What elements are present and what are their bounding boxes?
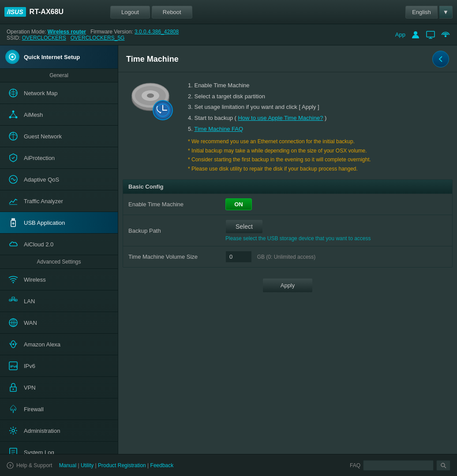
backup-path-hint: Please select the USB storage device tha…: [225, 235, 447, 242]
backup-path-row: Backup Path Select Please select the USB…: [123, 215, 452, 246]
intro-steps-list: Enable Time Machine Select a target disk…: [188, 80, 449, 134]
back-button[interactable]: [432, 51, 449, 67]
sidebar-label-lan: LAN: [24, 298, 35, 305]
quick-setup-item[interactable]: Quick Internet Setup: [0, 45, 118, 69]
sidebar-item-adaptive-qos[interactable]: Adaptive QoS: [0, 169, 118, 190]
wireless-icon: [7, 273, 19, 286]
operation-mode-link[interactable]: Wireless router: [48, 29, 86, 35]
guest-network-icon: [7, 130, 19, 142]
svg-line-59: [444, 466, 446, 468]
sidebar-item-usb-application[interactable]: USB Application: [0, 212, 118, 234]
sidebar-label-amazon-alexa: Amazon Alexa: [24, 341, 60, 348]
sidebar-item-firewall[interactable]: Firewall: [0, 398, 118, 420]
backup-path-label: Backup Path: [128, 227, 225, 234]
feedback-link[interactable]: Feedback: [150, 462, 174, 469]
time-machine-faq-link[interactable]: Time Machine FAQ: [194, 126, 243, 132]
main-layout: Quick Internet Setup General Network Map: [0, 45, 457, 454]
sidebar-label-aicloud: AiCloud 2.0: [24, 241, 53, 248]
firewall-icon: [7, 403, 19, 415]
content-area: Time Machine: [118, 45, 457, 454]
enable-time-machine-row: Enable Time Machine ON: [123, 194, 452, 215]
enable-time-machine-value: ON: [225, 198, 447, 210]
svg-point-39: [13, 389, 14, 390]
sidebar-item-aicloud[interactable]: AiCloud 2.0: [0, 234, 118, 255]
traffic-analyzer-icon: [7, 195, 19, 207]
faq-search-button[interactable]: [436, 460, 450, 471]
sidebar-item-system-log[interactable]: System Log: [0, 442, 118, 454]
intro-step-5: Time Machine FAQ: [188, 124, 449, 135]
sidebar-item-administration[interactable]: Administration: [0, 420, 118, 442]
basic-config-section: Basic Config Enable Time Machine ON Back…: [123, 179, 453, 268]
usb-application-icon: [7, 216, 19, 229]
footer-links: Manual | Utility | Product Registration …: [59, 462, 174, 469]
intro-section: Enable Time Machine Select a target disk…: [118, 72, 457, 179]
volume-size-input[interactable]: [225, 251, 252, 263]
sidebar-item-aimesh[interactable]: AiMesh: [0, 104, 118, 126]
faq-search-input[interactable]: [363, 460, 434, 471]
hdd-icon-area: [126, 80, 179, 124]
footer-left: ? Help & Support Manual | Utility | Prod…: [7, 462, 173, 469]
sidebar-label-adaptive-qos: Adaptive QoS: [24, 176, 59, 183]
info-bar: Operation Mode: Wireless router Firmware…: [0, 24, 457, 45]
enable-time-machine-toggle[interactable]: ON: [225, 198, 252, 210]
volume-size-value: GB (0: Unlimited access): [225, 251, 447, 263]
lan-icon: [7, 295, 19, 307]
svg-rect-24: [12, 297, 15, 299]
network-icon[interactable]: [441, 30, 450, 40]
product-registration-link[interactable]: Product Registration: [98, 462, 146, 469]
apply-button[interactable]: Apply: [262, 278, 313, 293]
help-icon: ?: [7, 462, 14, 469]
intro-text: Enable Time Machine Select a target disk…: [188, 80, 449, 173]
manual-link[interactable]: Manual: [59, 462, 76, 469]
ssid-label: SSID:: [7, 35, 20, 41]
advanced-section-header: Advanced Settings: [0, 255, 118, 269]
sidebar-item-ipv6[interactable]: IPv6 IPv6: [0, 355, 118, 377]
sidebar-label-firewall: Firewall: [24, 406, 44, 413]
sidebar-label-ipv6: IPv6: [24, 363, 35, 369]
svg-point-40: [12, 429, 15, 432]
enable-time-machine-label: Enable Time Machine: [128, 201, 225, 208]
sidebar-label-guest-network: Guest Network: [24, 133, 62, 140]
language-button[interactable]: English: [405, 6, 438, 19]
sidebar-item-traffic-analyzer[interactable]: Traffic Analyzer: [0, 190, 118, 212]
footer-right: FAQ: [350, 460, 450, 471]
apply-row: Apply: [118, 272, 457, 299]
intro-step-4: Start to backup ( How to use Apple Time …: [188, 113, 449, 124]
reboot-button[interactable]: Reboot: [152, 6, 192, 19]
monitor-icon[interactable]: [426, 30, 435, 40]
sidebar-item-vpn[interactable]: VPN: [0, 377, 118, 398]
sidebar-item-guest-network[interactable]: Guest Network: [0, 126, 118, 147]
firmware-version-link[interactable]: 3.0.0.4.386_42808: [135, 29, 179, 35]
svg-line-11: [11, 113, 13, 117]
sidebar-item-lan[interactable]: LAN: [0, 290, 118, 312]
select-button[interactable]: Select: [225, 219, 263, 234]
sidebar-label-aiprotection: AiProtection: [24, 155, 55, 161]
intro-step-1: Enable Time Machine: [188, 80, 449, 91]
apple-time-machine-link[interactable]: How to use Apple Time Machine?: [238, 115, 323, 121]
person-icon[interactable]: [411, 30, 420, 40]
ssid-2g-link[interactable]: OVERCLOCKERS: [22, 35, 66, 41]
svg-point-4: [445, 35, 446, 37]
svg-point-22: [13, 282, 14, 283]
sidebar-item-wireless[interactable]: Wireless: [0, 269, 118, 290]
ssid-5g-link[interactable]: OVERCLOCKERS_5G: [71, 35, 125, 41]
network-map-icon: [7, 87, 19, 99]
logout-button[interactable]: Logout: [110, 6, 150, 19]
wan-icon: [7, 316, 19, 329]
svg-point-35: [12, 343, 14, 345]
volume-size-hint: GB (0: Unlimited access): [257, 254, 316, 260]
intro-step-3: Set usage limitation if you want and cli…: [188, 102, 449, 113]
utility-link[interactable]: Utility: [81, 462, 94, 469]
volume-size-row: Time Machine Volume Size GB (0: Unlimite…: [123, 246, 452, 267]
sidebar-item-amazon-alexa[interactable]: Amazon Alexa: [0, 334, 118, 355]
sidebar-item-aiprotection[interactable]: AiProtection: [0, 147, 118, 169]
adaptive-qos-icon: [7, 173, 19, 186]
sidebar-item-network-map[interactable]: Network Map: [0, 82, 118, 104]
asus-logo: /ISUS: [4, 7, 26, 17]
footer: ? Help & Support Manual | Utility | Prod…: [0, 454, 457, 476]
config-header: Basic Config: [123, 180, 452, 194]
general-section-header: General: [0, 69, 118, 82]
language-dropdown-arrow[interactable]: ▼: [439, 6, 453, 19]
aicloud-icon: [7, 238, 19, 250]
sidebar-item-wan[interactable]: WAN: [0, 312, 118, 334]
